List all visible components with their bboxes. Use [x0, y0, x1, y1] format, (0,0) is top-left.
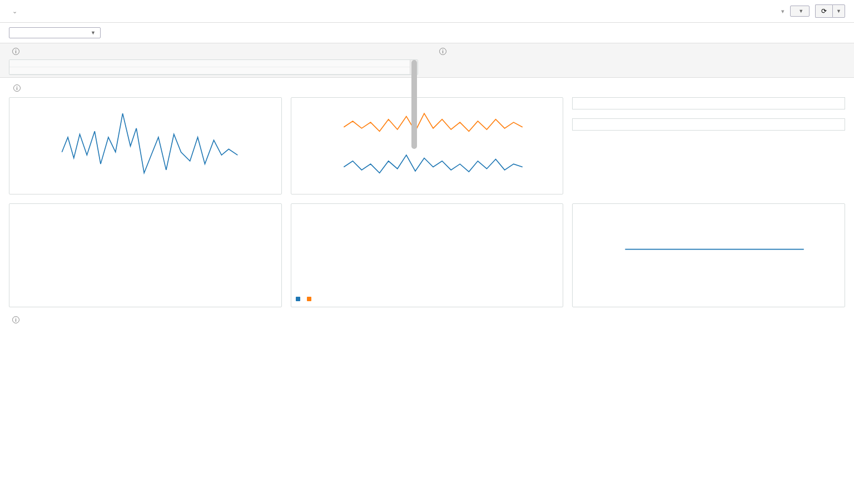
- resource-row: ▼: [0, 23, 854, 43]
- dash-custom-metrics-5[interactable]: [9, 203, 282, 307]
- services-table: [9, 60, 410, 74]
- time-custom[interactable]: ▾: [781, 8, 785, 15]
- info-icon[interactable]: i: [12, 48, 19, 55]
- chart-cm3: [577, 211, 840, 294]
- dash-custom-metrics-2-area[interactable]: [291, 203, 564, 307]
- scrollbar-thumb[interactable]: [411, 60, 417, 149]
- services-heading: [9, 60, 410, 67]
- header: ⌄ ▾ ▼ ⟳ ▼: [0, 0, 854, 23]
- dash-custom-metric-1[interactable]: [9, 97, 282, 194]
- info-icon[interactable]: i: [12, 316, 19, 323]
- scrollbar[interactable]: [410, 60, 418, 74]
- col-alarm[interactable]: [282, 67, 325, 74]
- time-range: ▾: [750, 8, 785, 15]
- col-ok[interactable]: [367, 67, 410, 74]
- refresh-button[interactable]: ⟳: [815, 4, 832, 18]
- info-icon[interactable]: i: [13, 84, 21, 92]
- actions-button[interactable]: ▼: [790, 6, 810, 17]
- info-icon[interactable]: i: [439, 48, 446, 55]
- alarms-header: i: [436, 48, 845, 55]
- dashboard-title: i: [9, 84, 845, 92]
- dash-custom-metric-1-number[interactable]: [572, 97, 845, 109]
- resource-selector[interactable]: ▼: [9, 27, 101, 38]
- chart-cm5: [14, 211, 277, 294]
- chart-cm1: [14, 104, 277, 188]
- chevron-down-icon[interactable]: ⌄: [12, 8, 17, 15]
- col-status[interactable]: [9, 67, 282, 74]
- col-insufficient[interactable]: [324, 67, 367, 74]
- chart-cms2: [296, 211, 559, 294]
- cross-service-header: i: [9, 316, 845, 323]
- refresh-options-button[interactable]: ▼: [832, 4, 845, 18]
- dash-custom-metric-3-number[interactable]: [572, 118, 845, 131]
- dash-custom-metric-3[interactable]: [572, 203, 845, 307]
- summary-header: i: [9, 48, 418, 55]
- dash-custom-metric-2[interactable]: [291, 97, 564, 194]
- chart-cm2: [296, 104, 559, 188]
